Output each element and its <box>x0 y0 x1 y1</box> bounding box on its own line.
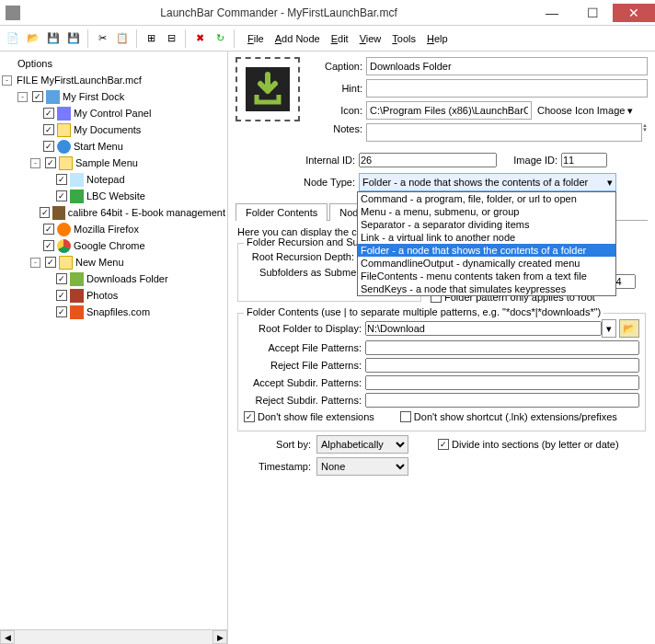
expander-icon[interactable]: - <box>2 75 12 86</box>
checkbox[interactable]: ✓ <box>43 224 54 235</box>
root-folder-input[interactable] <box>365 321 602 336</box>
accept-sub-input[interactable] <box>365 375 639 390</box>
image-id-input[interactable] <box>561 153 607 167</box>
menu-view[interactable]: View <box>355 31 386 46</box>
notes-spinner[interactable]: ▲▼ <box>642 123 648 132</box>
tree-options[interactable]: Options <box>17 58 52 69</box>
tree-docs[interactable]: My Documents <box>74 124 141 135</box>
nodetype-opt-menu[interactable]: Menu - a menu, submenu, or group <box>358 205 615 218</box>
nodetype-opt-command[interactable]: Command - a program, file, folder, or ur… <box>358 192 615 205</box>
expander-icon[interactable]: - <box>30 158 40 168</box>
titlebar: LaunchBar Commander - MyFirstLaunchBar.m… <box>0 0 655 26</box>
tree-downloads[interactable]: Downloads Folder <box>86 273 168 284</box>
nodetype-opt-link[interactable]: Link - a virtual link to another node <box>358 231 615 244</box>
horizontal-scrollbar[interactable]: ◀ ▶ <box>0 629 227 644</box>
expander-icon[interactable]: - <box>17 92 28 102</box>
tree-start[interactable]: Start Menu <box>74 141 123 152</box>
menu-edit[interactable]: Edit <box>327 31 353 46</box>
tab-folder-contents[interactable]: Folder Contents <box>236 203 328 221</box>
checkbox[interactable]: ✓ <box>32 91 43 102</box>
combo-chevron-icon[interactable]: ▾ <box>602 319 616 338</box>
caption-label: Caption: <box>309 61 362 72</box>
menu-help[interactable]: Help <box>422 31 453 46</box>
checkbox[interactable]: ✓ <box>56 273 67 284</box>
reject-file-input[interactable] <box>365 358 639 373</box>
tree-newmenu[interactable]: New Menu <box>75 257 124 268</box>
checkbox[interactable]: ✓ <box>56 290 67 301</box>
internal-id-label: Internal ID: <box>236 155 355 166</box>
timestamp-select[interactable]: None <box>316 457 408 476</box>
expander-icon[interactable]: - <box>30 258 40 268</box>
nodetype-label: Node Type: <box>236 177 355 188</box>
no-lnk-checkbox[interactable]: Don't show shortcut (.lnk) extensions/pr… <box>400 411 617 422</box>
delete-icon[interactable]: ✖ <box>190 29 209 48</box>
save-icon[interactable]: 💾 <box>44 29 63 48</box>
choose-icon-button[interactable]: Choose Icon Image▾ <box>532 102 638 120</box>
folder-contents-label: Folder Contents (use | to separate multi… <box>244 306 603 317</box>
divide-checkbox[interactable]: ✓Divide into sections (by letter or date… <box>438 439 619 450</box>
checkbox[interactable]: ✓ <box>43 141 54 152</box>
internal-id-input[interactable] <box>359 153 497 167</box>
hint-input[interactable] <box>366 79 648 98</box>
nodetype-opt-cmdline[interactable]: CommandlineOutput - dynamically created … <box>358 257 615 270</box>
nodetype-opt-folder[interactable]: Folder - a node that shows the contents … <box>358 244 615 257</box>
checkbox[interactable]: ✓ <box>56 190 67 201</box>
chevron-down-icon: ▾ <box>607 177 613 189</box>
tree-photos[interactable]: Photos <box>86 290 118 301</box>
tree-dock[interactable]: My First Dock <box>63 91 124 102</box>
nodetype-opt-sendkeys[interactable]: SendKeys - a node that simulates keypres… <box>358 282 615 295</box>
tree-sample[interactable]: Sample Menu <box>75 157 138 168</box>
menu-file[interactable]: File <box>243 31 269 46</box>
caption-input[interactable] <box>366 57 648 75</box>
checkbox[interactable]: ✓ <box>40 207 50 218</box>
icon-preview[interactable] <box>236 57 300 121</box>
menu-tools[interactable]: Tools <box>387 31 420 46</box>
notes-label: Notes: <box>309 123 362 134</box>
subfolders-label: Subfolders as Submenus <box>244 267 373 278</box>
maximize-button[interactable]: ☐ <box>572 4 613 22</box>
menu-addnode[interactable]: Add Node <box>270 31 325 46</box>
tree-ff[interactable]: Mozilla Firefox <box>74 224 139 235</box>
nodetype-opt-separator[interactable]: Separator - a separator dividing items <box>358 218 615 231</box>
tree-chrome[interactable]: Google Chrome <box>74 240 145 251</box>
close-button[interactable]: ✕ <box>613 4 655 22</box>
checkbox[interactable]: ✓ <box>43 108 54 119</box>
notes-input[interactable] <box>366 123 642 142</box>
checkbox[interactable]: ✓ <box>43 124 54 135</box>
scroll-right-icon[interactable]: ▶ <box>213 630 227 644</box>
accept-file-input[interactable] <box>365 340 639 355</box>
control-panel-icon <box>57 107 71 121</box>
tree1-icon[interactable]: ⊞ <box>142 29 160 48</box>
tree-file-root[interactable]: FILE MyFirstLaunchBar.mcf <box>17 75 142 86</box>
scroll-left-icon[interactable]: ◀ <box>0 630 15 644</box>
open-icon[interactable]: 📂 <box>24 29 42 48</box>
checkbox[interactable]: ✓ <box>45 257 56 268</box>
tree-notepad[interactable]: Notepad <box>86 174 125 185</box>
tree[interactable]: Options -FILE MyFirstLaunchBar.mcf -✓My … <box>0 52 227 629</box>
checkbox[interactable]: ✓ <box>56 306 67 317</box>
menu-folder-icon <box>59 156 73 170</box>
refresh-icon[interactable]: ↻ <box>211 29 229 48</box>
minimize-button[interactable]: — <box>532 4 572 22</box>
tree-lbc[interactable]: LBC Website <box>86 190 145 201</box>
no-ext-checkbox[interactable]: ✓Don't show file extensions <box>244 411 374 422</box>
tree-cp[interactable]: My Control Panel <box>74 108 151 119</box>
checkbox[interactable]: ✓ <box>45 157 56 168</box>
new-file-icon[interactable]: 📄 <box>4 29 22 48</box>
checkbox[interactable]: ✓ <box>43 240 54 251</box>
checkbox[interactable]: ✓ <box>56 174 67 185</box>
saveall-icon[interactable]: 💾 <box>64 29 83 48</box>
reject-sub-input[interactable] <box>365 393 639 408</box>
sortby-select[interactable]: Alphabetically <box>316 435 408 454</box>
nodetype-select[interactable]: Folder - a node that shows the contents … <box>359 173 616 191</box>
tree-snap[interactable]: Snapfiles.com <box>86 306 150 317</box>
image-id-label: Image ID: <box>502 155 557 166</box>
tree-calibre[interactable]: calibre 64bit - E-book management <box>68 207 225 218</box>
tree2-icon[interactable]: ⊟ <box>162 29 180 48</box>
root-depth-label: Root Recursion Depth: <box>244 251 354 262</box>
icon-input[interactable] <box>366 101 532 120</box>
cut-icon[interactable]: ✂ <box>93 29 111 48</box>
browse-folder-button[interactable]: 📂 <box>619 319 639 338</box>
paste-icon[interactable]: 📋 <box>113 29 132 48</box>
nodetype-opt-filecontents[interactable]: FileContents - menu contents taken from … <box>358 270 615 282</box>
